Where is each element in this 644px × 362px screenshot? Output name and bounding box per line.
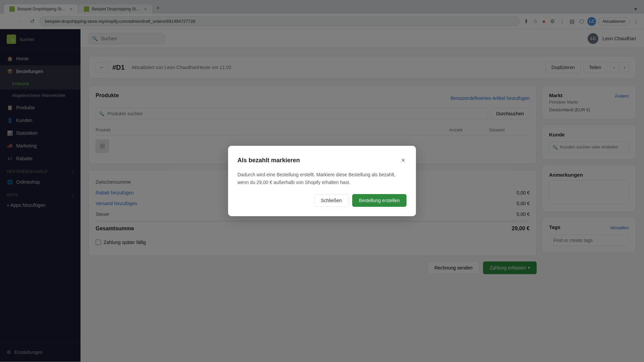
modal-close-button[interactable]: × [400, 155, 407, 166]
modal-confirm-button[interactable]: Bestellung erstellen [352, 194, 407, 207]
modal-body: Dadurch wird eine Bestellung erstellt. M… [237, 171, 407, 186]
modal-title: Als bezahlt markieren [237, 157, 300, 164]
modal-footer: Schließen Bestellung erstellen [237, 194, 407, 207]
modal-overlay[interactable]: Als bezahlt markieren × Dadurch wird ein… [0, 0, 644, 362]
modal-header: Als bezahlt markieren × [237, 155, 407, 166]
modal: Als bezahlt markieren × Dadurch wird ein… [228, 146, 416, 216]
modal-cancel-button[interactable]: Schließen [314, 194, 349, 207]
